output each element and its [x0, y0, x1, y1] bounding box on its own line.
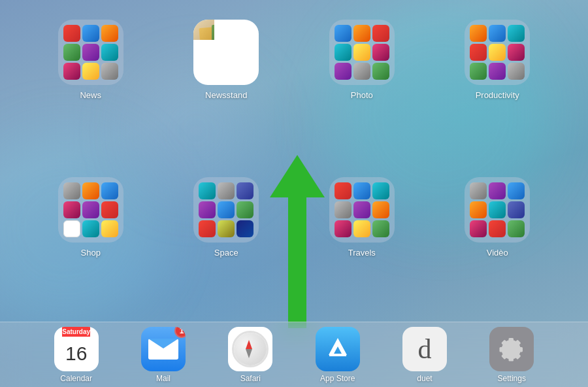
settings-icon	[489, 327, 534, 371]
mini-app	[489, 44, 506, 61]
needle-top	[246, 340, 252, 349]
mail-envelope	[148, 339, 178, 360]
mini-app	[335, 44, 351, 61]
folder-productivity-icon	[465, 20, 530, 85]
mini-app	[335, 220, 351, 237]
mini-app	[372, 201, 389, 218]
mini-app	[237, 201, 253, 218]
dock-item-appstore[interactable]: App Store	[316, 327, 360, 383]
mini-app	[508, 220, 525, 237]
mini-app	[63, 44, 80, 61]
magazine-2	[212, 25, 214, 40]
mini-app	[372, 220, 389, 237]
mini-app	[470, 25, 487, 42]
mini-app	[63, 63, 80, 80]
dock-label-mail: Mail	[156, 374, 171, 383]
mini-app	[82, 25, 99, 42]
mini-app	[508, 63, 525, 80]
mini-app	[101, 63, 118, 80]
mail-badge: 1	[174, 327, 186, 338]
newsstand-cover	[193, 20, 214, 40]
arrow-shaft	[288, 197, 306, 328]
mini-app	[353, 63, 370, 80]
mini-app	[470, 182, 487, 199]
mini-app	[508, 44, 525, 61]
folder-video[interactable]: Vidèo	[433, 177, 563, 328]
mini-app	[372, 63, 389, 80]
arrow-indicator	[270, 155, 325, 328]
mini-app	[199, 201, 216, 218]
dock-item-duet[interactable]: d duet	[402, 327, 447, 383]
mini-app	[199, 220, 216, 237]
mini-app	[335, 63, 351, 80]
mini-app	[237, 220, 253, 237]
dock-item-mail[interactable]: 1 Mail	[141, 327, 186, 383]
mini-app	[470, 220, 487, 237]
folder-productivity-label: Productivity	[476, 90, 519, 100]
mini-app	[101, 25, 118, 42]
mini-app	[353, 44, 370, 61]
mini-app	[489, 182, 506, 199]
mini-app	[101, 220, 118, 237]
folder-newsstand-label: Newsstand	[205, 90, 247, 100]
mini-app	[335, 201, 351, 218]
mail-icon: 1	[141, 327, 186, 371]
folder-photo-icon	[329, 20, 395, 85]
dock-item-calendar[interactable]: Saturday 16 Calendar	[54, 327, 99, 383]
mini-app	[508, 25, 525, 42]
mini-app	[372, 182, 389, 199]
folder-travels-icon	[329, 177, 395, 243]
mini-app	[218, 220, 235, 237]
dock-item-safari[interactable]: Safari	[228, 327, 272, 383]
settings-gear-svg	[497, 334, 527, 364]
mini-app	[353, 182, 370, 199]
dock-item-settings[interactable]: Settings	[489, 327, 534, 383]
duet-icon: d	[402, 327, 447, 371]
folder-news-icon	[58, 20, 123, 85]
mini-app	[101, 201, 118, 218]
mini-app	[63, 182, 80, 199]
mini-app	[82, 44, 99, 61]
compass-inner	[234, 333, 267, 365]
mini-app	[82, 220, 99, 237]
mini-app	[508, 182, 525, 199]
mini-app	[353, 25, 370, 42]
mini-app	[63, 220, 80, 237]
dock-label-safari: Safari	[240, 374, 261, 383]
dock-label-settings: Settings	[498, 374, 526, 383]
dock-label-duet: duet	[417, 374, 432, 383]
mini-app	[199, 182, 216, 199]
folder-shop-icon	[58, 177, 123, 243]
folder-news[interactable]: News	[26, 20, 155, 171]
folder-news-label: News	[80, 90, 101, 100]
mini-app	[218, 182, 235, 199]
mini-app	[372, 44, 389, 61]
mini-app	[372, 25, 389, 42]
dock-label-appstore: App Store	[320, 374, 355, 383]
folder-space-label: Space	[214, 248, 238, 258]
mini-app	[353, 201, 370, 218]
mini-app	[489, 220, 506, 237]
folder-shop-label: Shop	[81, 248, 101, 258]
folder-photo[interactable]: Photo	[297, 20, 427, 171]
mini-app	[470, 201, 487, 218]
calendar-icon: Saturday 16	[54, 327, 99, 371]
folder-productivity[interactable]: Productivity	[433, 20, 563, 171]
mini-app	[82, 201, 99, 218]
folder-newsstand[interactable]: Newsstand	[162, 20, 291, 171]
mini-app	[101, 44, 118, 61]
mini-app	[237, 182, 253, 199]
needle-bottom	[246, 349, 252, 358]
mini-app	[489, 201, 506, 218]
folder-photo-label: Photo	[351, 90, 373, 100]
mini-app	[353, 220, 370, 237]
compass-needle	[248, 340, 252, 358]
mini-app	[82, 63, 99, 80]
mini-app	[335, 25, 351, 42]
mini-app	[489, 63, 506, 80]
calendar-day-number: 16	[65, 337, 87, 371]
folder-travels-label: Travels	[348, 248, 376, 258]
mini-app	[63, 201, 80, 218]
folder-shop[interactable]: Shop	[26, 177, 155, 328]
mini-app	[218, 201, 235, 218]
